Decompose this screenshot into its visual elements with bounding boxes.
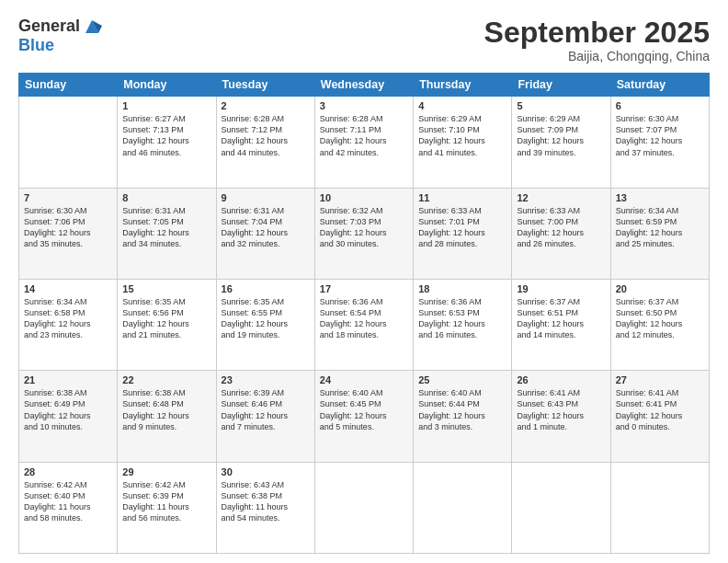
day-info: Sunrise: 6:38 AM Sunset: 6:49 PM Dayligh… <box>24 387 112 432</box>
day-info: Sunrise: 6:30 AM Sunset: 7:06 PM Dayligh… <box>24 205 112 250</box>
day-cell: 15Sunrise: 6:35 AM Sunset: 6:56 PM Dayli… <box>118 279 216 370</box>
weekday-header-tuesday: Tuesday <box>216 74 314 97</box>
logo-blue: Blue <box>18 37 102 55</box>
day-cell: 25Sunrise: 6:40 AM Sunset: 6:44 PM Dayli… <box>414 371 512 462</box>
day-cell: 27Sunrise: 6:41 AM Sunset: 6:41 PM Dayli… <box>610 371 709 462</box>
day-cell <box>610 462 709 553</box>
day-cell: 23Sunrise: 6:39 AM Sunset: 6:46 PM Dayli… <box>216 371 314 462</box>
day-cell: 13Sunrise: 6:34 AM Sunset: 6:59 PM Dayli… <box>610 188 709 279</box>
title-block: September 2025 Baijia, Chongqing, China <box>484 17 710 63</box>
header: General Blue September 2025 Baijia, Chon… <box>18 17 710 63</box>
day-cell: 30Sunrise: 6:43 AM Sunset: 6:38 PM Dayli… <box>216 462 314 553</box>
day-cell: 12Sunrise: 6:33 AM Sunset: 7:00 PM Dayli… <box>512 188 610 279</box>
day-cell: 26Sunrise: 6:41 AM Sunset: 6:43 PM Dayli… <box>512 371 610 462</box>
day-info: Sunrise: 6:34 AM Sunset: 6:59 PM Dayligh… <box>616 205 704 250</box>
weekday-header-saturday: Saturday <box>610 74 709 97</box>
weekday-header-wednesday: Wednesday <box>314 74 413 97</box>
day-cell <box>314 462 413 553</box>
day-number: 13 <box>616 192 704 203</box>
day-cell: 9Sunrise: 6:31 AM Sunset: 7:04 PM Daylig… <box>216 188 314 279</box>
week-row-5: 28Sunrise: 6:42 AM Sunset: 6:40 PM Dayli… <box>19 462 710 553</box>
week-row-3: 14Sunrise: 6:34 AM Sunset: 6:58 PM Dayli… <box>19 279 710 370</box>
week-row-4: 21Sunrise: 6:38 AM Sunset: 6:49 PM Dayli… <box>19 371 710 462</box>
day-info: Sunrise: 6:34 AM Sunset: 6:58 PM Dayligh… <box>24 296 112 341</box>
page: General Blue September 2025 Baijia, Chon… <box>0 0 728 563</box>
day-number: 30 <box>222 466 310 477</box>
day-number: 24 <box>320 374 408 385</box>
day-cell: 4Sunrise: 6:29 AM Sunset: 7:10 PM Daylig… <box>414 97 512 188</box>
day-info: Sunrise: 6:30 AM Sunset: 7:07 PM Dayligh… <box>616 113 704 158</box>
day-info: Sunrise: 6:35 AM Sunset: 6:56 PM Dayligh… <box>122 296 210 341</box>
day-cell: 3Sunrise: 6:28 AM Sunset: 7:11 PM Daylig… <box>314 97 413 188</box>
day-info: Sunrise: 6:36 AM Sunset: 6:53 PM Dayligh… <box>418 296 506 341</box>
day-number: 16 <box>222 283 310 294</box>
day-cell: 22Sunrise: 6:38 AM Sunset: 6:48 PM Dayli… <box>118 371 216 462</box>
day-number: 18 <box>418 283 506 294</box>
day-cell: 8Sunrise: 6:31 AM Sunset: 7:05 PM Daylig… <box>118 188 216 279</box>
day-cell <box>414 462 512 553</box>
weekday-header-sunday: Sunday <box>19 74 118 97</box>
day-info: Sunrise: 6:31 AM Sunset: 7:05 PM Dayligh… <box>122 205 210 250</box>
day-info: Sunrise: 6:31 AM Sunset: 7:04 PM Dayligh… <box>222 205 310 250</box>
day-info: Sunrise: 6:42 AM Sunset: 6:40 PM Dayligh… <box>24 479 112 524</box>
day-cell: 17Sunrise: 6:36 AM Sunset: 6:54 PM Dayli… <box>314 279 413 370</box>
day-info: Sunrise: 6:38 AM Sunset: 6:48 PM Dayligh… <box>122 387 210 432</box>
day-cell: 10Sunrise: 6:32 AM Sunset: 7:03 PM Dayli… <box>314 188 413 279</box>
day-info: Sunrise: 6:27 AM Sunset: 7:13 PM Dayligh… <box>122 113 210 158</box>
day-number: 11 <box>418 192 506 203</box>
day-number: 19 <box>517 283 605 294</box>
day-cell: 14Sunrise: 6:34 AM Sunset: 6:58 PM Dayli… <box>19 279 118 370</box>
day-cell: 18Sunrise: 6:36 AM Sunset: 6:53 PM Dayli… <box>414 279 512 370</box>
day-cell: 29Sunrise: 6:42 AM Sunset: 6:39 PM Dayli… <box>118 462 216 553</box>
day-cell: 19Sunrise: 6:37 AM Sunset: 6:51 PM Dayli… <box>512 279 610 370</box>
day-info: Sunrise: 6:28 AM Sunset: 7:11 PM Dayligh… <box>320 113 408 158</box>
logo-icon <box>82 17 102 37</box>
day-number: 10 <box>320 192 408 203</box>
day-cell: 16Sunrise: 6:35 AM Sunset: 6:55 PM Dayli… <box>216 279 314 370</box>
day-info: Sunrise: 6:33 AM Sunset: 7:01 PM Dayligh… <box>418 205 506 250</box>
day-cell: 1Sunrise: 6:27 AM Sunset: 7:13 PM Daylig… <box>118 97 216 188</box>
day-cell: 7Sunrise: 6:30 AM Sunset: 7:06 PM Daylig… <box>19 188 118 279</box>
day-number: 17 <box>320 283 408 294</box>
day-cell: 21Sunrise: 6:38 AM Sunset: 6:49 PM Dayli… <box>19 371 118 462</box>
day-number: 1 <box>122 100 210 111</box>
day-number: 9 <box>222 192 310 203</box>
day-number: 7 <box>24 192 112 203</box>
day-number: 22 <box>122 374 210 385</box>
day-number: 2 <box>222 100 310 111</box>
weekday-header-monday: Monday <box>118 74 216 97</box>
day-info: Sunrise: 6:39 AM Sunset: 6:46 PM Dayligh… <box>222 387 310 432</box>
day-number: 4 <box>418 100 506 111</box>
month-title: September 2025 <box>484 17 710 49</box>
day-number: 25 <box>418 374 506 385</box>
calendar-body: 1Sunrise: 6:27 AM Sunset: 7:13 PM Daylig… <box>19 97 710 554</box>
location: Baijia, Chongqing, China <box>484 49 710 63</box>
day-number: 6 <box>616 100 704 111</box>
week-row-1: 1Sunrise: 6:27 AM Sunset: 7:13 PM Daylig… <box>19 97 710 188</box>
day-number: 8 <box>122 192 210 203</box>
day-cell: 5Sunrise: 6:29 AM Sunset: 7:09 PM Daylig… <box>512 97 610 188</box>
weekday-header-row: SundayMondayTuesdayWednesdayThursdayFrid… <box>19 74 710 97</box>
day-cell: 11Sunrise: 6:33 AM Sunset: 7:01 PM Dayli… <box>414 188 512 279</box>
day-number: 27 <box>616 374 704 385</box>
logo: General Blue <box>18 17 102 55</box>
weekday-header-thursday: Thursday <box>414 74 512 97</box>
day-info: Sunrise: 6:32 AM Sunset: 7:03 PM Dayligh… <box>320 205 408 250</box>
day-number: 3 <box>320 100 408 111</box>
day-number: 23 <box>222 374 310 385</box>
week-row-2: 7Sunrise: 6:30 AM Sunset: 7:06 PM Daylig… <box>19 188 710 279</box>
day-number: 29 <box>122 466 210 477</box>
day-cell <box>512 462 610 553</box>
day-info: Sunrise: 6:41 AM Sunset: 6:43 PM Dayligh… <box>517 387 605 432</box>
day-info: Sunrise: 6:43 AM Sunset: 6:38 PM Dayligh… <box>222 479 310 524</box>
day-cell <box>19 97 118 188</box>
day-info: Sunrise: 6:37 AM Sunset: 6:51 PM Dayligh… <box>517 296 605 341</box>
day-info: Sunrise: 6:41 AM Sunset: 6:41 PM Dayligh… <box>616 387 704 432</box>
day-cell: 2Sunrise: 6:28 AM Sunset: 7:12 PM Daylig… <box>216 97 314 188</box>
day-info: Sunrise: 6:35 AM Sunset: 6:55 PM Dayligh… <box>222 296 310 341</box>
day-cell: 28Sunrise: 6:42 AM Sunset: 6:40 PM Dayli… <box>19 462 118 553</box>
day-info: Sunrise: 6:29 AM Sunset: 7:09 PM Dayligh… <box>517 113 605 158</box>
day-number: 5 <box>517 100 605 111</box>
day-info: Sunrise: 6:29 AM Sunset: 7:10 PM Dayligh… <box>418 113 506 158</box>
day-info: Sunrise: 6:33 AM Sunset: 7:00 PM Dayligh… <box>517 205 605 250</box>
